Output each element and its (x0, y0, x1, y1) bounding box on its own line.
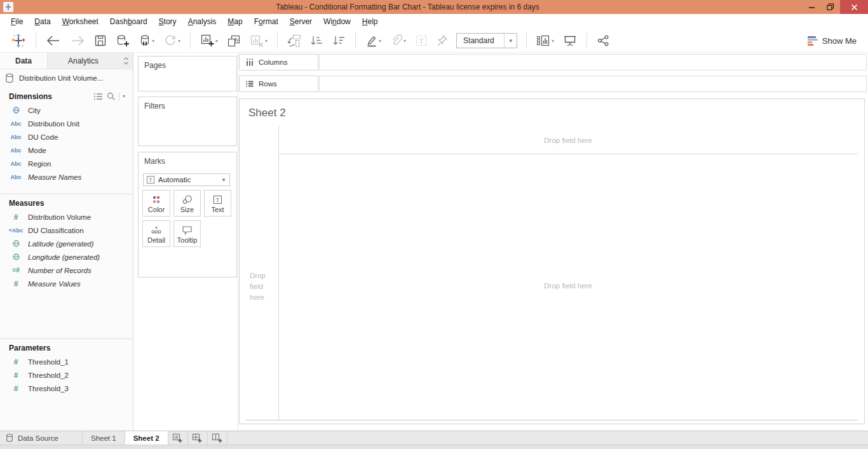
tab-sheet1[interactable]: Sheet 1 (83, 431, 125, 445)
swap-rows-columns-button[interactable] (285, 32, 304, 50)
clear-sheet-button[interactable]: ▾ (247, 32, 270, 50)
highlight-button[interactable]: ▾ (363, 32, 384, 49)
calculated-abc-icon: =Abc (8, 227, 24, 234)
number-icon: # (8, 279, 24, 288)
size-button[interactable]: Size (173, 190, 201, 217)
pages-shelf[interactable]: Pages (138, 56, 237, 91)
swap-axes-icon (287, 34, 301, 48)
field-du-classification[interactable]: =Abc DU Classification (0, 224, 133, 237)
menu-map[interactable]: Map (222, 17, 248, 26)
field-threshold-1[interactable]: # Threshold_1 (0, 355, 133, 368)
duplicate-sheet-button[interactable] (224, 32, 243, 50)
minimize-button[interactable] (802, 0, 821, 14)
pause-updates-caret-icon[interactable]: ▾ (152, 38, 154, 44)
data-source-item[interactable]: Distribution Unit Volume... (0, 69, 133, 87)
tab-sheet2[interactable]: Sheet 2 (125, 431, 168, 445)
header-divider-horizontal (278, 154, 858, 154)
field-threshold-2[interactable]: # Threshold_2 (0, 368, 133, 382)
refresh-icon (163, 34, 177, 47)
abc-icon: Abc (8, 134, 24, 140)
show-me-button[interactable]: Show Me (808, 36, 862, 46)
filters-shelf[interactable]: Filters (138, 97, 237, 146)
fit-mode-value: Standard (457, 36, 504, 45)
columns-shelf[interactable] (319, 54, 867, 70)
field-measure-names[interactable]: Abc Measure Names (0, 170, 133, 184)
marks-card: Marks T Automatic ▼ Color Size T Text De… (138, 152, 237, 278)
tableau-logo-button[interactable] (8, 31, 29, 50)
group-caret-icon[interactable]: ▾ (403, 38, 406, 44)
field-distribution-volume[interactable]: # Distribution Volume (0, 210, 133, 224)
field-longitude-generated[interactable]: Longitude (generated) (0, 250, 133, 264)
dimensions-menu-caret-icon[interactable]: ▾ (123, 93, 125, 99)
menu-help[interactable]: Help (356, 17, 384, 26)
field-region[interactable]: Abc Region (0, 157, 133, 170)
tooltip-button[interactable]: Tooltip (173, 220, 201, 247)
new-data-source-button[interactable] (113, 32, 132, 50)
tab-data[interactable]: Data (0, 53, 48, 69)
undo-button[interactable] (43, 33, 64, 48)
menu-data[interactable]: Data (29, 17, 56, 26)
fit-mode-caret-icon[interactable]: ▼ (504, 34, 517, 48)
field-measure-values[interactable]: # Measure Values (0, 277, 133, 290)
field-distribution-unit[interactable]: Abc Distribution Unit (0, 117, 133, 130)
show-mark-labels-button[interactable]: T (412, 32, 430, 49)
menu-window[interactable]: Window (318, 17, 356, 26)
fix-axes-button[interactable] (434, 32, 451, 49)
show-cards-caret-icon[interactable]: ▾ (552, 38, 554, 44)
mark-type-dropdown[interactable]: T Automatic ▼ (143, 173, 230, 186)
menu-worksheet[interactable]: Worksheet (57, 17, 104, 26)
new-worksheet-button[interactable]: ▾ (198, 32, 220, 50)
field-threshold-3[interactable]: # Threshold_3 (0, 382, 133, 395)
field-latitude-generated[interactable]: Latitude (generated) (0, 237, 133, 250)
undo-icon (46, 35, 61, 46)
pin-icon (437, 34, 448, 47)
restore-button[interactable] (821, 0, 840, 14)
new-worksheet-tab-button[interactable] (168, 431, 188, 445)
menu-format[interactable]: Format (248, 17, 284, 26)
detail-button[interactable]: Detail (142, 220, 170, 247)
menu-dashboard[interactable]: Dashboard (104, 17, 153, 26)
run-update-caret-icon[interactable]: ▾ (178, 38, 180, 44)
duplicate-icon (227, 34, 241, 48)
fit-mode-select[interactable]: Standard ▼ (456, 33, 517, 48)
group-members-button[interactable]: ▾ (388, 32, 409, 49)
share-button[interactable] (594, 32, 613, 49)
drop-zone-columns[interactable]: Drop field here (278, 137, 858, 144)
field-number-of-records[interactable]: =# Number of Records (0, 264, 133, 277)
sort-descending-button[interactable] (330, 33, 348, 49)
drop-zone-view[interactable]: Drop field here (278, 282, 858, 290)
save-button[interactable] (92, 32, 109, 49)
menu-file[interactable]: File (5, 17, 29, 26)
drop-zone-rows[interactable]: Drop field here (250, 271, 274, 303)
pane-collapse-icon[interactable] (119, 53, 133, 69)
tab-data-source[interactable]: Data Source (0, 431, 83, 445)
clear-sheet-caret-icon[interactable]: ▾ (265, 38, 268, 44)
new-worksheet-caret-icon[interactable]: ▾ (215, 38, 218, 44)
show-hide-cards-button[interactable]: ▾ (534, 32, 557, 49)
close-button[interactable] (840, 0, 868, 14)
find-field-icon[interactable] (106, 91, 116, 101)
field-du-code[interactable]: Abc DU Code (0, 130, 133, 144)
menu-server[interactable]: Server (284, 17, 318, 26)
color-button[interactable]: Color (142, 190, 170, 217)
rows-shelf[interactable] (319, 76, 867, 92)
pause-auto-updates-button[interactable]: ▾ (136, 32, 157, 50)
view-list-icon[interactable] (93, 92, 103, 101)
tab-analytics[interactable]: Analytics (48, 53, 119, 69)
text-button[interactable]: T Text (204, 190, 231, 217)
field-mode[interactable]: Abc Mode (0, 144, 133, 157)
new-story-icon (212, 433, 223, 443)
field-city[interactable]: City (0, 104, 133, 117)
menu-analysis[interactable]: Analysis (182, 17, 222, 26)
new-story-tab-button[interactable] (208, 431, 227, 445)
presentation-mode-button[interactable] (560, 32, 580, 49)
new-dashboard-tab-button[interactable] (188, 431, 208, 445)
pane-tabs: Data Analytics (0, 53, 133, 69)
sort-ascending-button[interactable] (308, 33, 326, 49)
database-icon (6, 433, 13, 443)
menu-story[interactable]: Story (153, 17, 182, 26)
columns-shelf-label: Columns (239, 54, 318, 70)
redo-button[interactable] (67, 33, 88, 48)
highlight-caret-icon[interactable]: ▾ (379, 38, 381, 44)
run-update-button[interactable]: ▾ (161, 32, 183, 49)
